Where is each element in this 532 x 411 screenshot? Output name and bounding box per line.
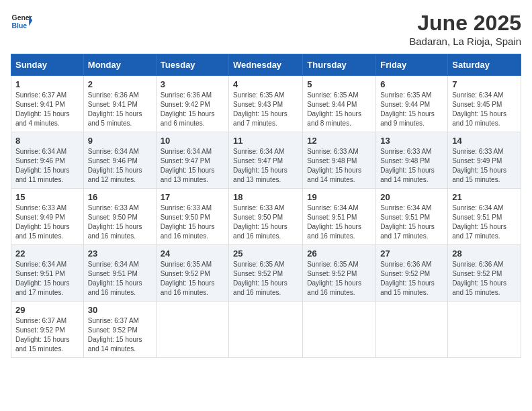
- day-info: Sunrise: 6:34 AM Sunset: 9:46 PM Dayligh…: [15, 147, 79, 185]
- table-row: 2 Sunrise: 6:36 AM Sunset: 9:41 PM Dayli…: [83, 76, 156, 132]
- day-info: Sunrise: 6:35 AM Sunset: 9:52 PM Dayligh…: [307, 260, 371, 298]
- day-info: Sunrise: 6:33 AM Sunset: 9:50 PM Dayligh…: [161, 203, 224, 241]
- day-number: 25: [233, 248, 298, 259]
- table-row: 28 Sunrise: 6:36 AM Sunset: 9:52 PM Dayl…: [448, 245, 521, 302]
- header-thursday: Thursday: [303, 54, 376, 76]
- day-number: 4: [233, 79, 298, 89]
- header-sunday: Sunday: [11, 54, 84, 76]
- day-number: 20: [380, 192, 443, 202]
- day-info: Sunrise: 6:34 AM Sunset: 9:51 PM Dayligh…: [307, 203, 371, 241]
- table-row: [303, 302, 376, 358]
- day-number: 30: [88, 305, 152, 315]
- title-area: June 2025 Badaran, La Rioja, Spain: [409, 11, 521, 47]
- day-info: Sunrise: 6:35 AM Sunset: 9:52 PM Dayligh…: [161, 260, 224, 298]
- day-info: Sunrise: 6:33 AM Sunset: 9:50 PM Dayligh…: [233, 203, 298, 241]
- day-info: Sunrise: 6:34 AM Sunset: 9:51 PM Dayligh…: [15, 260, 79, 298]
- day-info: Sunrise: 6:34 AM Sunset: 9:45 PM Dayligh…: [452, 91, 517, 128]
- day-number: 6: [380, 79, 443, 89]
- table-row: 17 Sunrise: 6:33 AM Sunset: 9:50 PM Dayl…: [156, 189, 228, 245]
- day-number: 26: [307, 248, 371, 259]
- table-row: 10 Sunrise: 6:34 AM Sunset: 9:47 PM Dayl…: [156, 132, 228, 189]
- table-row: 11 Sunrise: 6:34 AM Sunset: 9:47 PM Dayl…: [229, 132, 303, 189]
- day-number: 21: [452, 192, 517, 202]
- day-info: Sunrise: 6:33 AM Sunset: 9:50 PM Dayligh…: [88, 203, 152, 241]
- calendar-header-row: Sunday Monday Tuesday Wednesday Thursday…: [11, 54, 521, 76]
- day-number: 15: [15, 192, 79, 202]
- table-row: 14 Sunrise: 6:33 AM Sunset: 9:49 PM Dayl…: [448, 132, 521, 189]
- table-row: 12 Sunrise: 6:33 AM Sunset: 9:48 PM Dayl…: [303, 132, 376, 189]
- day-number: 23: [88, 248, 152, 259]
- table-row: 6 Sunrise: 6:35 AM Sunset: 9:44 PM Dayli…: [376, 76, 448, 132]
- table-row: 24 Sunrise: 6:35 AM Sunset: 9:52 PM Dayl…: [156, 245, 228, 302]
- table-row: 26 Sunrise: 6:35 AM Sunset: 9:52 PM Dayl…: [303, 245, 376, 302]
- day-number: 10: [161, 136, 224, 146]
- day-info: Sunrise: 6:37 AM Sunset: 9:52 PM Dayligh…: [88, 316, 152, 354]
- table-row: 29 Sunrise: 6:37 AM Sunset: 9:52 PM Dayl…: [11, 302, 84, 358]
- day-info: Sunrise: 6:33 AM Sunset: 9:48 PM Dayligh…: [307, 147, 371, 185]
- table-row: 25 Sunrise: 6:35 AM Sunset: 9:52 PM Dayl…: [229, 245, 303, 302]
- table-row: 8 Sunrise: 6:34 AM Sunset: 9:46 PM Dayli…: [11, 132, 84, 189]
- table-row: 27 Sunrise: 6:36 AM Sunset: 9:52 PM Dayl…: [376, 245, 448, 302]
- table-row: [376, 302, 448, 358]
- day-number: 8: [15, 136, 79, 146]
- day-info: Sunrise: 6:33 AM Sunset: 9:48 PM Dayligh…: [380, 147, 443, 185]
- day-info: Sunrise: 6:34 AM Sunset: 9:51 PM Dayligh…: [452, 203, 517, 241]
- table-row: 5 Sunrise: 6:35 AM Sunset: 9:44 PM Dayli…: [303, 76, 376, 132]
- day-number: 22: [15, 248, 79, 259]
- header-saturday: Saturday: [448, 54, 521, 76]
- table-row: 13 Sunrise: 6:33 AM Sunset: 9:48 PM Dayl…: [376, 132, 448, 189]
- table-row: 16 Sunrise: 6:33 AM Sunset: 9:50 PM Dayl…: [83, 189, 156, 245]
- table-row: [448, 302, 521, 358]
- table-row: 1 Sunrise: 6:37 AM Sunset: 9:41 PM Dayli…: [11, 76, 84, 132]
- day-info: Sunrise: 6:36 AM Sunset: 9:52 PM Dayligh…: [452, 260, 517, 298]
- day-info: Sunrise: 6:34 AM Sunset: 9:47 PM Dayligh…: [161, 147, 224, 185]
- day-number: 9: [88, 136, 152, 146]
- day-number: 24: [161, 248, 224, 259]
- table-row: 7 Sunrise: 6:34 AM Sunset: 9:45 PM Dayli…: [448, 76, 521, 132]
- day-number: 18: [233, 192, 298, 202]
- table-row: 20 Sunrise: 6:34 AM Sunset: 9:51 PM Dayl…: [376, 189, 448, 245]
- day-number: 14: [452, 136, 517, 146]
- day-info: Sunrise: 6:37 AM Sunset: 9:41 PM Dayligh…: [15, 91, 79, 128]
- logo-icon: General Blue: [11, 11, 32, 32]
- day-number: 19: [307, 192, 371, 202]
- day-info: Sunrise: 6:35 AM Sunset: 9:52 PM Dayligh…: [233, 260, 298, 298]
- header-wednesday: Wednesday: [229, 54, 303, 76]
- calendar-week-row: 29 Sunrise: 6:37 AM Sunset: 9:52 PM Dayl…: [11, 302, 521, 358]
- table-row: 18 Sunrise: 6:33 AM Sunset: 9:50 PM Dayl…: [229, 189, 303, 245]
- day-number: 2: [88, 79, 152, 89]
- calendar-week-row: 15 Sunrise: 6:33 AM Sunset: 9:49 PM Dayl…: [11, 189, 521, 245]
- day-number: 28: [452, 248, 517, 259]
- day-info: Sunrise: 6:34 AM Sunset: 9:51 PM Dayligh…: [88, 260, 152, 298]
- day-info: Sunrise: 6:36 AM Sunset: 9:52 PM Dayligh…: [380, 260, 443, 298]
- day-number: 3: [161, 79, 224, 89]
- day-number: 29: [15, 305, 79, 315]
- table-row: 23 Sunrise: 6:34 AM Sunset: 9:51 PM Dayl…: [83, 245, 156, 302]
- day-info: Sunrise: 6:33 AM Sunset: 9:49 PM Dayligh…: [452, 147, 517, 185]
- day-number: 12: [307, 136, 371, 146]
- day-info: Sunrise: 6:35 AM Sunset: 9:44 PM Dayligh…: [307, 91, 371, 128]
- day-info: Sunrise: 6:34 AM Sunset: 9:47 PM Dayligh…: [233, 147, 298, 185]
- day-info: Sunrise: 6:37 AM Sunset: 9:52 PM Dayligh…: [15, 316, 79, 354]
- calendar-week-row: 1 Sunrise: 6:37 AM Sunset: 9:41 PM Dayli…: [11, 76, 521, 132]
- day-number: 13: [380, 136, 443, 146]
- table-row: [156, 302, 228, 358]
- day-info: Sunrise: 6:36 AM Sunset: 9:41 PM Dayligh…: [88, 91, 152, 128]
- calendar-week-row: 8 Sunrise: 6:34 AM Sunset: 9:46 PM Dayli…: [11, 132, 521, 189]
- table-row: 9 Sunrise: 6:34 AM Sunset: 9:46 PM Dayli…: [83, 132, 156, 189]
- table-row: 21 Sunrise: 6:34 AM Sunset: 9:51 PM Dayl…: [448, 189, 521, 245]
- calendar-table: Sunday Monday Tuesday Wednesday Thursday…: [11, 54, 521, 358]
- day-info: Sunrise: 6:36 AM Sunset: 9:42 PM Dayligh…: [161, 91, 224, 128]
- day-info: Sunrise: 6:35 AM Sunset: 9:44 PM Dayligh…: [380, 91, 443, 128]
- header-tuesday: Tuesday: [156, 54, 228, 76]
- calendar-subtitle: Badaran, La Rioja, Spain: [409, 36, 521, 47]
- table-row: 19 Sunrise: 6:34 AM Sunset: 9:51 PM Dayl…: [303, 189, 376, 245]
- day-info: Sunrise: 6:33 AM Sunset: 9:49 PM Dayligh…: [15, 203, 79, 241]
- day-number: 17: [161, 192, 224, 202]
- day-number: 5: [307, 79, 371, 89]
- table-row: 30 Sunrise: 6:37 AM Sunset: 9:52 PM Dayl…: [83, 302, 156, 358]
- day-info: Sunrise: 6:34 AM Sunset: 9:51 PM Dayligh…: [380, 203, 443, 241]
- table-row: 22 Sunrise: 6:34 AM Sunset: 9:51 PM Dayl…: [11, 245, 84, 302]
- page-header: General Blue June 2025 Badaran, La Rioja…: [11, 11, 521, 47]
- day-info: Sunrise: 6:34 AM Sunset: 9:46 PM Dayligh…: [88, 147, 152, 185]
